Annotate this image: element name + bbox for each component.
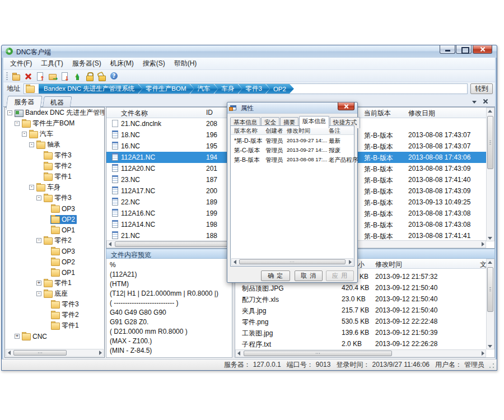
tree-item[interactable]: OP2 xyxy=(5,214,104,225)
column-header-mtime[interactable]: 修改时间 xyxy=(287,127,310,135)
tree-expander[interactable] xyxy=(36,238,41,243)
dock-tab[interactable]: 服务器 xyxy=(6,96,43,110)
tree-expander[interactable] xyxy=(29,142,34,147)
scroll-thumb[interactable] xyxy=(239,259,346,264)
attachments-v-scrollbar[interactable] xyxy=(486,259,494,349)
tree-item[interactable]: 零件2 xyxy=(5,235,104,246)
attachment-row[interactable]: 夹具.jpg 215.7 KB 2013-09-12 21:50:40 xyxy=(235,305,486,316)
breadcrumb-segment[interactable]: 汽车 xyxy=(190,84,218,94)
scroll-left-icon[interactable] xyxy=(6,349,13,356)
breadcrumb-segment[interactable]: 零件生产BOM xyxy=(138,84,194,94)
download-file-button[interactable] xyxy=(59,71,71,82)
column-header-note[interactable]: 备注 xyxy=(329,127,340,135)
scroll-up-icon[interactable] xyxy=(487,108,493,115)
scroll-down-icon[interactable] xyxy=(487,342,493,349)
scroll-left-icon[interactable] xyxy=(236,350,242,357)
dialog-h-scrollbar[interactable] xyxy=(231,258,353,265)
column-header-id[interactable]: ID xyxy=(206,109,213,116)
menu-item[interactable]: 服务器(S) xyxy=(68,58,106,69)
file-content-preview[interactable]: %(112A21)(HTM)(T12| H1 | D21.0000mm | R0… xyxy=(106,259,232,358)
tree-item[interactable]: 汽车 xyxy=(5,129,104,139)
attachment-row[interactable]: 配刀文件.xls 23.0 KB 2013-09-12 21:50:40 xyxy=(235,293,486,305)
tree-expander[interactable] xyxy=(36,291,41,296)
scroll-left-icon[interactable] xyxy=(232,259,239,265)
tree-expander[interactable] xyxy=(7,110,12,115)
tree-item[interactable]: 零件1 xyxy=(5,320,104,331)
tree-item[interactable]: 底座 xyxy=(5,288,104,299)
tree-item[interactable]: OP2 xyxy=(5,256,104,267)
tree-expander[interactable] xyxy=(22,132,27,137)
address-field[interactable]: Bandex DNC 先进生产管理系统零件生产BOM汽车车身零件3OP2 xyxy=(24,83,468,94)
attachment-row[interactable]: 子程序.txt 2.0 KB 2013-09-12 22:26:28 xyxy=(235,338,486,349)
version-list-header[interactable]: 版本名称 创建者 修改时间 备注 xyxy=(231,126,354,135)
maximize-button[interactable] xyxy=(456,45,472,54)
delete-button[interactable] xyxy=(22,71,34,82)
breadcrumb-segment[interactable]: OP2 xyxy=(266,84,294,94)
scroll-up-icon[interactable] xyxy=(487,259,493,266)
close-button[interactable] xyxy=(473,45,492,54)
scroll-thumb[interactable] xyxy=(244,351,392,356)
tree-expander[interactable] xyxy=(15,121,20,126)
help-button[interactable] xyxy=(109,71,120,82)
cancel-button[interactable]: 取 消 xyxy=(295,270,323,281)
unlock-button[interactable] xyxy=(96,71,108,82)
menu-item[interactable]: 搜索(S) xyxy=(138,58,170,69)
tree-item[interactable]: CNC xyxy=(5,331,104,342)
version-row[interactable]: 第-B-版本 管理员 2013-08-08 17:... 老产品程序 xyxy=(231,155,354,165)
tree-item[interactable]: 零件生产BOM xyxy=(5,118,104,129)
attachment-row[interactable]: 制品顶图.JPG 420.4 KB 2013-09-12 21:50:40 xyxy=(235,282,486,293)
tree-item[interactable]: OP3 xyxy=(5,203,104,214)
tree-expander[interactable] xyxy=(29,185,34,190)
menu-item[interactable]: 机床(M) xyxy=(106,58,138,69)
upload-file-button[interactable] xyxy=(35,71,46,82)
column-header-version[interactable]: 当前版本 xyxy=(364,109,391,118)
minimize-button[interactable] xyxy=(440,45,455,54)
dialog-title-bar[interactable]: 属性 xyxy=(227,102,357,114)
scroll-thumb[interactable] xyxy=(487,267,493,312)
tree-expander[interactable] xyxy=(36,195,41,200)
tree-item[interactable]: 零件3 xyxy=(5,150,104,161)
tree-item[interactable]: 零件1 xyxy=(5,171,104,182)
tree-h-scrollbar[interactable] xyxy=(6,349,104,357)
close-pane-icon[interactable] xyxy=(482,98,489,105)
scroll-right-icon[interactable] xyxy=(96,349,103,356)
tree-item[interactable]: 零件3 xyxy=(5,299,104,310)
scroll-thumb[interactable] xyxy=(487,116,493,169)
new-folder-button[interactable] xyxy=(10,71,21,82)
tree-item[interactable]: 零件1 xyxy=(5,278,104,288)
scroll-right-icon[interactable] xyxy=(479,350,486,357)
breadcrumb-segment[interactable]: Bandex DNC 先进生产管理系统 xyxy=(39,84,142,94)
column-header-mdate[interactable]: 修改日期 xyxy=(408,109,435,118)
column-header-name[interactable]: 文件名称 xyxy=(121,109,148,118)
menu-item[interactable]: 文件(F) xyxy=(6,58,36,69)
title-bar[interactable]: DNC客户端 xyxy=(2,45,497,58)
column-header-version-name[interactable]: 版本名称 xyxy=(234,127,258,135)
attachments-h-scrollbar[interactable] xyxy=(235,349,486,357)
breadcrumb-segment[interactable]: 零件3 xyxy=(239,84,270,94)
tree-item[interactable]: OP1 xyxy=(5,225,104,235)
send-folder-button[interactable] xyxy=(47,71,58,82)
scroll-right-icon[interactable] xyxy=(479,241,486,248)
scroll-right-icon[interactable] xyxy=(346,259,353,265)
breadcrumb-segment[interactable]: 车身 xyxy=(214,84,242,94)
file-list-v-scrollbar[interactable] xyxy=(486,108,494,241)
menu-item[interactable]: 帮助(H) xyxy=(170,58,202,69)
tree-expander[interactable] xyxy=(36,281,41,286)
scroll-down-icon[interactable] xyxy=(487,234,493,241)
version-row[interactable]: *第-D-版本 管理员 2013-09-27 14:... 最新 xyxy=(231,136,354,146)
chevron-down-icon[interactable] xyxy=(471,98,478,105)
tree-item[interactable]: 零件2 xyxy=(5,310,104,320)
dialog-close-button[interactable] xyxy=(338,102,354,110)
move-up-button[interactable] xyxy=(72,71,83,82)
tree-item[interactable]: OP1 xyxy=(5,267,104,278)
lock-button[interactable] xyxy=(84,71,95,82)
menu-item[interactable]: 工具(T) xyxy=(36,58,67,69)
column-header-creator[interactable]: 创建者 xyxy=(265,127,283,135)
attachment-row[interactable]: 零件.png 530.5 KB 2013-09-12 22:22:48 xyxy=(235,316,486,327)
dialog-tab[interactable]: 版本信息 xyxy=(299,116,329,128)
column-header-mtime[interactable]: 修改时间 xyxy=(375,260,402,269)
tree-item[interactable]: 车身 xyxy=(5,182,104,193)
tree-item[interactable]: 零件2 xyxy=(5,161,104,171)
scroll-thumb[interactable] xyxy=(13,350,67,356)
scroll-left-icon[interactable] xyxy=(107,241,114,248)
